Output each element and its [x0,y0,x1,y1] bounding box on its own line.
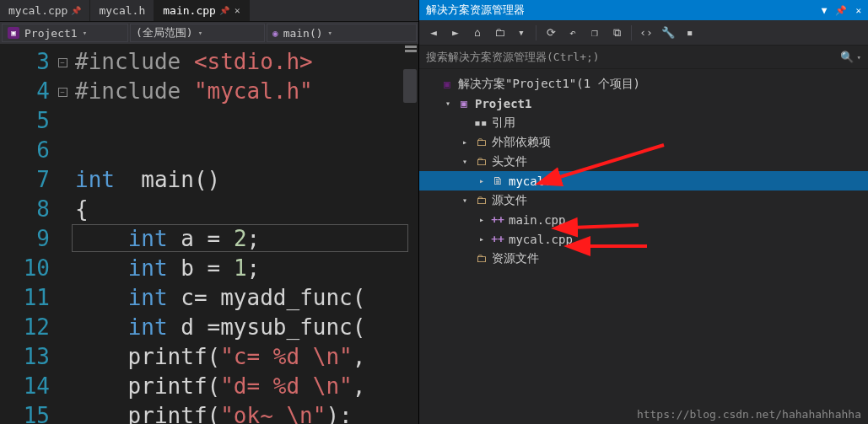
expand-icon[interactable]: ▸ [477,215,487,224]
nav-function[interactable]: ◉ main() ▾ [267,24,417,42]
expand-icon[interactable]: ▸ [477,176,487,185]
tree-node--[interactable]: ▾🗀头文件 [419,152,868,171]
forward-icon[interactable]: ► [446,24,465,42]
expand-icon[interactable]: ▸ [477,234,487,244]
editor-navbar: ▣ Project1 ▾ (全局范围) ▾ ◉ main() ▾ [0,22,418,44]
code-line[interactable]: printf("ok~ \n"): [75,401,418,424]
tree-label: mycal.h [509,174,558,188]
tree-label: main.cpp [509,213,565,227]
code-line[interactable]: int b = 1; [75,254,418,283]
panel-titlebar[interactable]: 解决方案资源管理器 ▼ 📌 ✕ [419,0,868,20]
chevron-down-icon: ▾ [328,29,332,37]
tab-label: main.cpp [163,4,216,17]
line-number: 7 [0,165,50,195]
undo-icon[interactable]: ↶ [563,24,582,42]
expand-icon[interactable]: ▾ [443,99,453,108]
tree-node-project1[interactable]: ▾▣Project1 [419,94,868,113]
scrollbar[interactable] [403,69,417,103]
window-icon[interactable]: ❐ [585,24,604,42]
split-handle-icon[interactable] [405,46,417,61]
chevron-down-icon: ▾ [198,29,202,37]
back-icon[interactable]: ◄ [424,24,443,42]
tab-main-cpp[interactable]: main.cpp📌✕ [154,0,249,21]
editor-tabstrip: mycal.cpp📌mycal.hmain.cpp📌✕ [0,0,418,22]
code-line[interactable]: printf("c= %d \n", [75,342,418,372]
solution-explorer: 解决方案资源管理器 ▼ 📌 ✕ ◄►⌂🗀▾⟳↶❐⧉‹›🔧▪ 🔍▾ ▣解决方案"P… [419,0,868,424]
fold-toggle[interactable]: − [58,58,67,67]
line-number: 8 [0,195,50,224]
tree-node-mycal-cpp[interactable]: ▸++mycal.cpp [419,229,868,249]
tree-label: 引用 [492,115,515,131]
line-number: 11 [0,283,50,313]
nav-scope[interactable]: (全局范围) ▾ [130,24,265,42]
windows-icon[interactable]: ⧉ [607,24,626,42]
code-line[interactable] [75,136,418,165]
home-icon[interactable]: ⌂ [468,24,487,42]
tab-mycal-cpp[interactable]: mycal.cpp📌 [0,0,90,21]
pin-icon[interactable]: 📌 [219,6,229,15]
tree-label: 头文件 [492,154,527,169]
tab-mycal-h[interactable]: mycal.h [90,0,154,21]
line-number: 15 [0,401,50,424]
code-line[interactable]: int d =mysub_func( [75,313,418,342]
expand-icon[interactable]: ▸ [460,137,470,147]
dropdown-icon[interactable]: ▾ [512,24,531,42]
sync-icon[interactable]: 🗀 [490,24,509,42]
mini-icon[interactable]: ▪ [681,24,699,42]
tree-label: mycal.cpp [509,233,573,246]
code-line[interactable]: #include "mycal.h" [75,77,418,106]
search-icon[interactable]: 🔍 [840,51,854,63]
tab-label: mycal.h [99,4,145,17]
pin-icon[interactable]: 📌 [71,6,81,15]
panel-toolbar: ◄►⌂🗀▾⟳↶❐⧉‹›🔧▪ [419,20,868,46]
dropdown-icon[interactable]: ▼ [822,5,828,16]
tree-node-main-cpp[interactable]: ▸++main.cpp [419,210,868,229]
panel-searchbar: 🔍▾ [419,46,868,69]
line-gutter: 3456789101112131415 [0,44,55,424]
solution-tree: ▣解决方案"Project1"(1 个项目)▾▣Project1▪▪引用▸🗀外部… [419,69,868,424]
tree-node--[interactable]: ▪▪引用 [419,113,868,132]
editor-pane: mycal.cpp📌mycal.hmain.cpp📌✕ ▣ Project1 ▾… [0,0,419,424]
line-number: 4 [0,77,50,106]
tree-node-mycal-h[interactable]: ▸🗎mycal.h [419,171,868,191]
code-line[interactable]: #include <stdio.h> [75,47,418,77]
wrench-icon[interactable]: 🔧 [659,24,677,42]
tree-label: 外部依赖项 [492,135,551,150]
cube-icon: ◉ [272,28,278,39]
expand-icon[interactable]: ▾ [460,196,470,205]
code-text[interactable]: #include <stdio.h>#include "mycal.h"int … [70,44,418,424]
pin-icon[interactable]: 📌 [835,5,847,16]
code-icon[interactable]: ‹› [637,24,655,42]
line-number: 13 [0,342,50,372]
code-line[interactable]: printf("d= %d \n", [75,372,418,401]
tree-node--[interactable]: ▸🗀外部依赖项 [419,132,868,152]
code-line[interactable] [75,106,418,136]
scope-icon[interactable]: ⟳ [542,24,560,42]
nav-scope-label: (全局范围) [136,25,193,40]
tree-label: Project1 [475,97,531,110]
watermark: https://blog.csdn.net/hahahahhahha [637,408,861,421]
code-line[interactable]: int a = 2; [75,224,418,254]
close-icon[interactable]: ✕ [235,5,240,16]
tree-node--[interactable]: 🗀资源文件 [419,249,868,268]
fold-toggle[interactable]: − [58,88,67,97]
code-area[interactable]: 3456789101112131415 −− #include <stdio.h… [0,44,418,424]
tree-node--[interactable]: ▾🗀源文件 [419,191,868,210]
code-line[interactable]: int c= myadd_func( [75,283,418,313]
close-icon[interactable]: ✕ [855,5,861,16]
expand-icon[interactable]: ▾ [460,157,470,166]
line-number: 14 [0,372,50,401]
fold-column: −− [55,44,70,424]
line-number: 6 [0,136,50,165]
line-number: 10 [0,254,50,283]
search-input[interactable] [426,51,840,63]
code-line[interactable]: int main() [75,165,418,195]
code-line[interactable]: { [75,195,418,224]
tree-node--project1-1-[interactable]: ▣解决方案"Project1"(1 个项目) [419,74,868,94]
line-number: 3 [0,47,50,77]
panel-title-label: 解决方案资源管理器 [426,3,525,18]
chevron-down-icon: ▾ [83,29,87,37]
nav-project[interactable]: ▣ Project1 ▾ [2,24,128,42]
chevron-down-icon[interactable]: ▾ [857,53,861,62]
line-number: 9 [0,224,50,254]
